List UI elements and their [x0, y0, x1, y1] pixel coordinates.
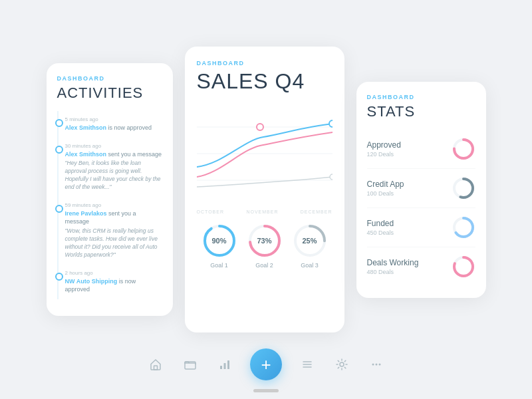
stat-item-1: Approved 120 Deals — [367, 130, 475, 169]
stats-list: Approved 120 Deals Credit App 100 Deals … — [367, 130, 475, 286]
goal-pct-3: 25% — [302, 237, 317, 245]
stat-info-2: Credit App 100 Deals — [367, 180, 452, 197]
activity-list: 5 minutes ago Alex Smithson is now appro… — [57, 111, 162, 299]
goal-circle-3: 25% — [293, 223, 327, 258]
stat-name-3: Funded — [367, 219, 452, 228]
activity-content: 30 minutes ago Alex Smithson sent you a … — [65, 143, 162, 192]
nav-list-icon[interactable] — [298, 355, 317, 374]
svg-point-28 — [340, 362, 344, 366]
chart-labels: OCTOBER NOVEMBER DECEMBER — [197, 209, 332, 214]
activity-time: 59 minutes ago — [65, 202, 162, 208]
goal-item-2: 73% Goal 2 — [247, 223, 282, 269]
goal-pct-1: 90% — [211, 237, 226, 245]
stat-info-3: Funded 450 Deals — [367, 219, 452, 236]
svg-rect-20 — [154, 366, 158, 370]
stat-donut-4 — [452, 255, 475, 279]
activity-time: 30 minutes ago — [65, 143, 162, 149]
stat-deals-4: 480 Deals — [367, 269, 452, 275]
activity-link[interactable]: Irene Pavlakos — [65, 210, 107, 217]
nav-add-button[interactable]: + — [250, 348, 282, 380]
svg-point-29 — [372, 364, 374, 366]
activity-link[interactable]: Alex Smithson — [65, 124, 107, 131]
chart-label-oct: OCTOBER — [197, 209, 225, 214]
stat-item-2: Credit App 100 Deals — [367, 169, 475, 208]
svg-point-30 — [376, 364, 378, 366]
nav-more-icon[interactable] — [367, 355, 386, 374]
activity-item: 30 minutes ago Alex Smithson sent you a … — [57, 138, 162, 197]
stat-donut-2 — [452, 176, 475, 200]
stat-name-2: Credit App — [367, 180, 452, 189]
svg-point-4 — [257, 124, 263, 130]
stat-deals-3: 450 Deals — [367, 229, 452, 236]
goals-row: 90% Goal 1 73% Goal 2 25% Goal 3 — [197, 223, 332, 269]
activity-quote: "Wow, this CRM is really helping us comp… — [65, 227, 162, 259]
goal-pct-2: 73% — [257, 237, 271, 245]
activities-card-label: DASHBOARD — [57, 75, 162, 82]
goal-label-1: Goal 1 — [210, 262, 228, 269]
activity-text: Alex Smithson sent you a message — [65, 150, 162, 159]
goal-circle-1: 90% — [202, 223, 237, 258]
stat-item-4: Deals Working 480 Deals — [367, 247, 475, 286]
stat-info-1: Approved 120 Deals — [367, 140, 452, 158]
stat-deals-1: 120 Deals — [367, 151, 452, 158]
activities-card-title: ACTIVITIES — [57, 84, 162, 102]
activity-item: 5 minutes ago Alex Smithson is now appro… — [57, 111, 162, 138]
goal-item-3: 25% Goal 3 — [293, 223, 327, 269]
activity-content: 5 minutes ago Alex Smithson is now appro… — [65, 116, 162, 132]
chart-label-dec: DECEMBER — [301, 209, 332, 214]
svg-point-31 — [379, 364, 381, 366]
svg-point-5 — [330, 174, 332, 180]
svg-rect-23 — [224, 363, 226, 369]
activity-time: 5 minutes ago — [65, 116, 162, 122]
activity-text: NW Auto Shipping is now approved — [65, 277, 162, 294]
activity-time: 2 hours ago — [65, 270, 162, 276]
goal-circle-2: 73% — [247, 223, 282, 258]
activity-content: 59 minutes ago Irene Pavlakos sent you a… — [65, 202, 162, 259]
activities-card: DASHBOARD ACTIVITIES 5 minutes ago Alex … — [47, 63, 173, 316]
sales-card-title: SALES Q4 — [197, 69, 332, 94]
stat-name-4: Deals Working — [367, 258, 452, 267]
activity-quote: "Hey Ben, it looks like the loan approva… — [65, 160, 162, 192]
stat-donut-1 — [452, 137, 475, 161]
sales-card: DASHBOARD SALES Q4 OCTOBER NOVEMB — [185, 47, 344, 332]
bottom-nav: + — [146, 348, 386, 380]
activity-link[interactable]: NW Auto Shipping — [65, 278, 118, 285]
activity-content: 2 hours ago NW Auto Shipping is now appr… — [65, 270, 162, 294]
goal-label-2: Goal 2 — [255, 262, 273, 269]
main-container: DASHBOARD ACTIVITIES 5 minutes ago Alex … — [0, 47, 532, 332]
home-indicator — [253, 389, 279, 392]
stat-name-1: Approved — [367, 140, 452, 150]
stat-info-4: Deals Working 480 Deals — [367, 258, 452, 275]
stat-item-3: Funded 450 Deals — [367, 208, 475, 247]
chart-label-nov: NOVEMBER — [246, 209, 278, 214]
svg-rect-24 — [227, 360, 229, 369]
goal-label-3: Goal 3 — [301, 262, 319, 269]
stats-card: DASHBOARD STATS Approved 120 Deals Credi… — [356, 82, 486, 298]
activity-text: Alex Smithson is now approved — [65, 124, 162, 132]
nav-chart-icon[interactable] — [215, 355, 234, 374]
activity-item: 59 minutes ago Irene Pavlakos sent you a… — [57, 197, 162, 265]
stats-card-title: STATS — [367, 103, 475, 120]
sales-card-label: DASHBOARD — [197, 60, 332, 66]
nav-folders-icon[interactable] — [181, 355, 200, 374]
stats-card-label: DASHBOARD — [367, 94, 475, 100]
svg-point-3 — [329, 120, 332, 127]
nav-settings-icon[interactable] — [332, 355, 351, 374]
activity-text: Irene Pavlakos sent you a message — [65, 209, 162, 226]
nav-home-icon[interactable] — [146, 355, 165, 374]
activity-item: 2 hours ago NW Auto Shipping is now appr… — [57, 265, 162, 299]
sales-chart — [197, 100, 332, 207]
activity-link[interactable]: Alex Smithson — [65, 151, 107, 158]
stat-deals-2: 100 Deals — [367, 190, 452, 197]
goal-item-1: 90% Goal 1 — [202, 223, 237, 269]
svg-rect-22 — [220, 366, 222, 369]
stat-donut-3 — [452, 215, 475, 239]
